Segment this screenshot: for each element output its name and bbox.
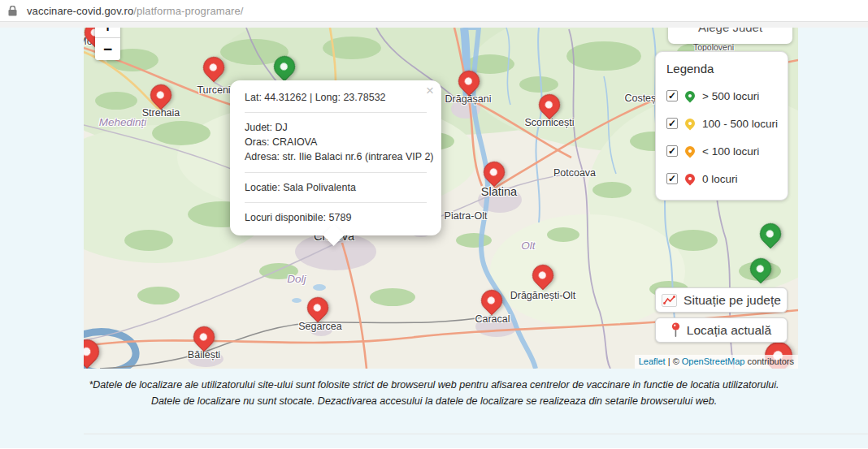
legend-item: ✓ 100 - 500 locuri	[666, 116, 777, 131]
url-domain: vaccinare-covid.gov.ro	[27, 5, 133, 17]
legend-item-label: > 500 locuri	[702, 90, 759, 102]
popup-divider	[245, 172, 427, 173]
zoom-in-button[interactable]: +	[95, 28, 120, 38]
legend-item: ✓ > 500 locuri	[666, 89, 777, 103]
attribution-separator: | ©	[666, 356, 682, 366]
popup-judet: Judet: DJ	[245, 120, 427, 135]
legend-item-label: 0 locuri	[702, 173, 738, 185]
legend-item-label: 100 - 500 locuri	[702, 118, 778, 130]
judet-dropdown[interactable]: Alege Judet	[668, 28, 792, 44]
map-attribution: Leaflet | © OpenStreetMap contributors	[635, 355, 798, 369]
attribution-suffix: contributors	[744, 356, 794, 366]
popup-oras: Oras: CRAIOVA	[245, 135, 427, 149]
legend-checkbox[interactable]: ✓	[666, 173, 678, 184]
green-pin-icon	[684, 89, 697, 103]
chart-icon	[662, 294, 677, 307]
legend-item: ✓ < 100 locuri	[666, 144, 777, 158]
red-pin-icon	[684, 172, 697, 186]
url-text[interactable]: vaccinare-covid.gov.ro/platforma-program…	[27, 5, 243, 17]
url-path: /platforma-programare/	[133, 5, 243, 17]
popup-close-icon[interactable]: ×	[426, 84, 434, 97]
openstreetmap-link[interactable]: OpenStreetMap	[682, 356, 745, 366]
location-disclaimer-text: *Datele de localizare ale utilizatorului…	[76, 377, 792, 409]
footer-divider	[84, 434, 868, 434]
legend-checkbox[interactable]: ✓	[666, 118, 678, 129]
chrome-strip	[0, 22, 868, 28]
pin-icon	[671, 322, 680, 338]
popup-divider	[245, 202, 427, 203]
orange-pin-icon	[684, 145, 697, 158]
legend-checkbox[interactable]: ✓	[666, 145, 678, 157]
locatia-actuala-button[interactable]: Locația actuală	[655, 317, 788, 343]
legend-item-label: < 100 locuri	[702, 145, 759, 158]
leaflet-link[interactable]: Leaflet	[639, 356, 666, 366]
yellow-pin-icon	[684, 117, 697, 131]
zoom-control: + −	[95, 28, 120, 60]
popup-divider	[245, 112, 427, 113]
popup-locuri: Locuri disponibile: 5789	[245, 210, 427, 225]
popup-adresa: Adresa: str. Ilie Balaci nr.6 (intrarea …	[245, 149, 427, 164]
map-viewport[interactable]: MoTurceniStrehaiaMehedințiDrăgășaniScorn…	[84, 28, 798, 369]
zoom-out-button[interactable]: −	[95, 38, 120, 60]
legend-title: Legenda	[666, 62, 777, 76]
legend-item: ✓ 0 locuri	[666, 171, 777, 186]
browser-url-bar[interactable]: vaccinare-covid.gov.ro/platforma-program…	[0, 0, 868, 22]
situatie-pe-judete-button[interactable]: Situație pe județe	[655, 287, 788, 313]
lock-icon	[8, 6, 17, 16]
legend: Legenda ✓ > 500 locuri ✓ 100 - 500 locur…	[655, 51, 788, 201]
popup-coordinates: Lat: 44.31262 | Long: 23.78532	[245, 90, 427, 105]
situatie-label: Situație pe județe	[684, 293, 781, 308]
popup-locatie: Locatie: Sala Polivalenta	[245, 180, 427, 195]
locatia-label: Locația actuală	[687, 323, 771, 338]
page-body: MoTurceniStrehaiaMehedințiDrăgășaniScorn…	[0, 28, 868, 448]
map-popup: × Lat: 44.31262 | Long: 23.78532 Judet: …	[230, 80, 441, 235]
legend-checkbox[interactable]: ✓	[666, 90, 678, 101]
